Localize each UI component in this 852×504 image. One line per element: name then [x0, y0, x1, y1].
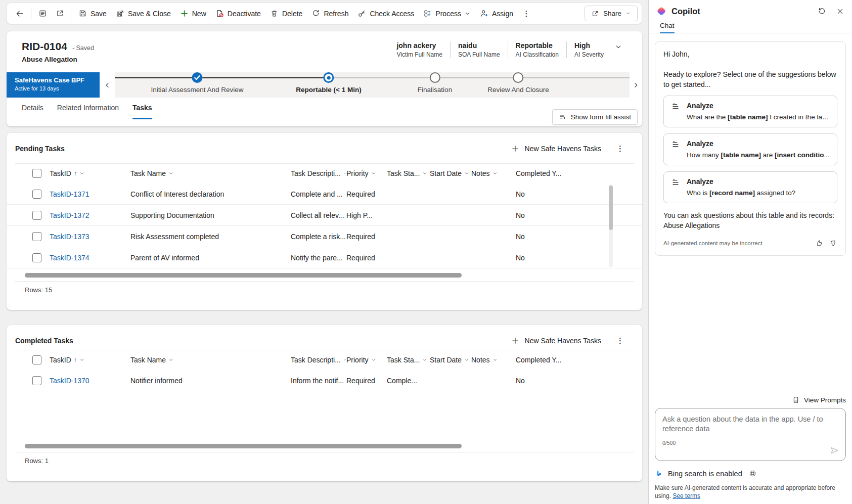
completed-cell: No — [516, 190, 576, 198]
column-header-notes[interactable]: Notes — [471, 356, 516, 364]
column-header-task-description[interactable]: Task Descripti... — [291, 356, 346, 364]
delete-button[interactable]: Delete — [265, 5, 307, 22]
column-header-taskid[interactable]: TaskID ↑ — [50, 169, 130, 177]
column-header-priority[interactable]: Priority — [346, 169, 387, 177]
column-header-taskid[interactable]: TaskID ↑ — [50, 356, 130, 364]
select-row-checkbox[interactable] — [32, 376, 41, 385]
column-header-task-status[interactable]: Task Sta... — [387, 356, 430, 364]
thumbs-up-icon[interactable] — [815, 239, 823, 247]
copilot-logo-icon — [656, 6, 667, 17]
share-button[interactable]: Share — [585, 6, 638, 21]
restart-conversation-icon[interactable] — [818, 7, 826, 16]
form-switcher-button[interactable] — [34, 5, 51, 22]
book-icon — [792, 396, 800, 404]
task-name-cell: Supporting Documentation — [130, 211, 291, 219]
grid-more-commands-button[interactable]: ⋮ — [616, 144, 624, 153]
see-terms-link[interactable]: See terms — [672, 492, 700, 499]
copilot-input-area: View Prompts 0/500 Bing search is enable… — [649, 396, 852, 504]
deactivate-button[interactable]: Deactivate — [211, 5, 265, 22]
new-button[interactable]: New — [175, 5, 211, 22]
suggestion-card[interactable]: Analyze What are the [table name] I crea… — [663, 96, 837, 127]
task-name-cell: Notifier informed — [130, 377, 291, 385]
send-button[interactable] — [829, 445, 839, 455]
vertical-scrollbar-thumb[interactable] — [609, 186, 613, 230]
suggestion-title: Analyze — [687, 101, 830, 110]
table-row[interactable]: TaskID-1370 Notifier informed Inform the… — [7, 370, 642, 391]
gear-icon[interactable] — [748, 469, 757, 478]
view-prompts-button[interactable]: View Prompts — [655, 396, 846, 404]
horizontal-scrollbar-thumb[interactable] — [25, 273, 462, 278]
completed-cell: No — [516, 233, 576, 241]
table-row[interactable]: TaskID-1373 Risk Assessment completed Co… — [7, 226, 642, 247]
check-icon — [192, 72, 203, 83]
vertical-scrollbar[interactable] — [609, 185, 613, 267]
grid-more-commands-button[interactable]: ⋮ — [616, 336, 624, 345]
select-all-checkbox[interactable] — [32, 355, 41, 364]
bpf-stage-reportable[interactable]: Reportable (< 1 Min) — [296, 72, 361, 94]
tab-chat[interactable]: Chat — [660, 22, 675, 33]
check-access-button[interactable]: Check Access — [353, 5, 419, 22]
table-row[interactable]: TaskID-1374 Parent of AV informed Notify… — [7, 247, 642, 268]
bpf-scroll-right-button[interactable] — [630, 72, 642, 98]
save-button[interactable]: Save — [74, 5, 111, 22]
new-safe-havens-task-button[interactable]: New Safe Havens Tasks — [511, 337, 601, 345]
suggestion-card[interactable]: Analyze Who is [record name] assigned to… — [663, 171, 837, 203]
bpf-stage-review-and-closure[interactable]: Review And Closure — [487, 72, 549, 94]
task-id-link[interactable]: TaskID-1370 — [50, 377, 130, 385]
column-label: Start Date — [430, 169, 462, 177]
table-row[interactable]: TaskID-1372 Supporting Documentation Col… — [7, 205, 642, 226]
column-header-task-description[interactable]: Task Descripti... — [291, 169, 346, 177]
new-safe-havens-task-button[interactable]: New Safe Havens Tasks — [511, 145, 601, 153]
column-header-completed[interactable]: Completed Y... — [516, 356, 576, 364]
column-header-task-name[interactable]: Task Name — [130, 169, 291, 177]
record-title-row: RID-0104 - Saved — [22, 40, 94, 53]
more-commands-button[interactable]: ⋮ — [518, 5, 535, 22]
refresh-button[interactable]: Refresh — [307, 5, 353, 22]
show-form-fill-assist-button[interactable]: Show form fill assist — [552, 109, 638, 125]
character-counter: 0/500 — [662, 440, 838, 446]
task-id-link[interactable]: TaskID-1371 — [50, 190, 130, 198]
column-header-start-date[interactable]: Start Date — [430, 356, 471, 364]
bpf-scroll-left-button[interactable] — [100, 72, 115, 98]
bpf-stage-initial-assessment[interactable]: Initial Assessment And Review — [151, 72, 243, 94]
bpf-stage-finalisation[interactable]: Finalisation — [418, 72, 452, 94]
tab-related-information[interactable]: Related Information — [57, 104, 119, 115]
header-expand-button[interactable] — [615, 43, 622, 51]
close-icon[interactable] — [836, 8, 844, 15]
save-and-close-button[interactable]: Save & Close — [111, 5, 175, 22]
chevron-down-icon — [79, 357, 84, 362]
process-button[interactable]: Process — [419, 5, 475, 22]
suggestion-content: Analyze Who is [record name] assigned to… — [687, 177, 795, 198]
column-header-completed[interactable]: Completed Y... — [516, 169, 576, 177]
task-id-link[interactable]: TaskID-1373 — [50, 233, 130, 241]
bpf-name-chip[interactable]: SafeHavens Case BPF Active for 13 days — [7, 72, 100, 98]
task-id-link[interactable]: TaskID-1374 — [50, 254, 130, 262]
column-header-start-date[interactable]: Start Date — [430, 169, 471, 177]
assign-button[interactable]: Assign — [475, 5, 518, 22]
chevron-down-icon — [615, 43, 622, 51]
save-icon — [78, 9, 87, 18]
tab-details[interactable]: Details — [22, 104, 43, 115]
copilot-question-input[interactable] — [662, 415, 838, 436]
select-all-checkbox[interactable] — [32, 169, 41, 178]
suggestion-title: Analyze — [687, 177, 795, 186]
horizontal-scrollbar-thumb[interactable] — [25, 444, 462, 448]
select-row-checkbox[interactable] — [32, 190, 41, 199]
column-header-task-name[interactable]: Task Name — [130, 356, 291, 364]
select-row-checkbox[interactable] — [32, 211, 41, 220]
suggestion-card[interactable]: Analyze How many [table name] are [inser… — [663, 133, 837, 165]
select-row-checkbox[interactable] — [32, 253, 41, 262]
task-id-link[interactable]: TaskID-1372 — [50, 211, 130, 219]
send-icon — [829, 445, 839, 455]
priority-cell: Required — [346, 233, 387, 241]
tab-tasks[interactable]: Tasks — [132, 104, 152, 115]
table-row[interactable]: TaskID-1371 Conflict of Interest declara… — [7, 184, 642, 205]
column-header-task-status[interactable]: Task Sta... — [387, 169, 430, 177]
open-in-new-window-button[interactable] — [51, 5, 68, 22]
thumbs-down-icon[interactable] — [829, 239, 837, 247]
back-button[interactable] — [11, 5, 28, 22]
column-header-priority[interactable]: Priority — [346, 356, 387, 364]
select-row-checkbox[interactable] — [32, 232, 41, 241]
column-header-notes[interactable]: Notes — [471, 169, 516, 177]
copilot-scope-note: You can ask questions about this table a… — [663, 210, 837, 231]
